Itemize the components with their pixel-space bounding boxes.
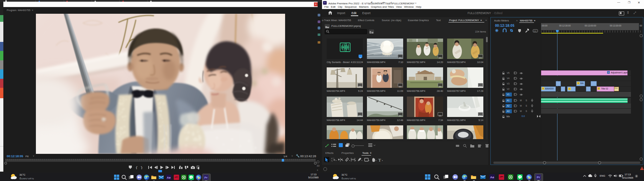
svg-text:LINE: LINE xyxy=(519,176,522,178)
svg-text:CC: CC xyxy=(534,30,537,32)
svg-text:Ae: Ae xyxy=(167,176,171,179)
svg-text:Pr: Pr xyxy=(205,176,208,179)
svg-text:LINE: LINE xyxy=(190,177,193,178)
svg-text:Pr: Pr xyxy=(537,176,540,179)
svg-text:{: { xyxy=(136,166,138,170)
svg-text:Ae: Ae xyxy=(490,176,494,179)
svg-text:T: T xyxy=(378,158,381,162)
svg-text:}: } xyxy=(141,166,143,170)
